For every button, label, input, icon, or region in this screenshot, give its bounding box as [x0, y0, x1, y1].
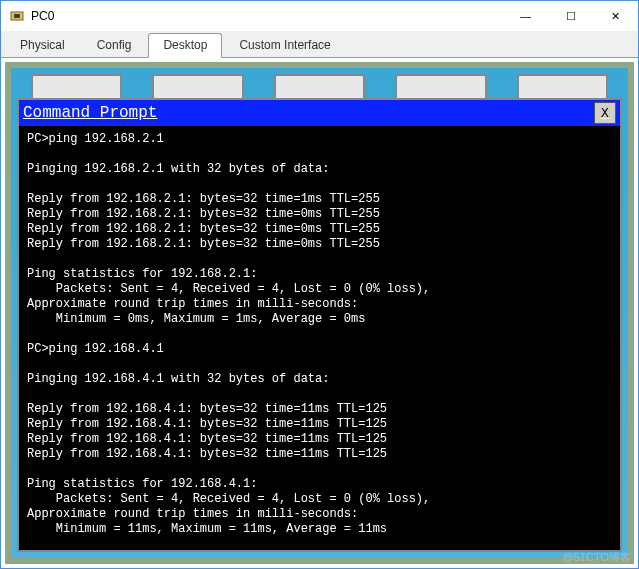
command-prompt-close-button[interactable]: X: [594, 102, 616, 124]
watermark: @51CTO博客: [563, 550, 631, 565]
tab-desktop[interactable]: Desktop: [148, 33, 222, 58]
command-prompt-title: Command Prompt: [23, 104, 594, 122]
window-title: PC0: [31, 9, 503, 23]
tab-custom-interface[interactable]: Custom Interface: [224, 33, 345, 57]
title-bar[interactable]: PC0 — ☐ ✕: [1, 1, 638, 31]
app-icon: [9, 8, 25, 24]
command-prompt-titlebar[interactable]: Command Prompt X: [19, 100, 620, 126]
tab-physical[interactable]: Physical: [5, 33, 80, 57]
close-button[interactable]: ✕: [593, 1, 638, 31]
svg-rect-1: [14, 14, 20, 18]
minimize-button[interactable]: —: [503, 1, 548, 31]
desktop-area: Command Prompt X PC>ping 192.168.2.1 Pin…: [5, 62, 634, 564]
tab-config[interactable]: Config: [82, 33, 147, 57]
tab-strip: Physical Config Desktop Custom Interface: [1, 31, 638, 58]
app-window: PC0 — ☐ ✕ Physical Config Desktop Custom…: [0, 0, 639, 569]
window-controls: — ☐ ✕: [503, 1, 638, 31]
command-prompt-window[interactable]: Command Prompt X PC>ping 192.168.2.1 Pin…: [17, 98, 622, 552]
maximize-button[interactable]: ☐: [548, 1, 593, 31]
terminal-output[interactable]: PC>ping 192.168.2.1 Pinging 192.168.2.1 …: [19, 126, 620, 550]
vertical-scrollbar[interactable]: [633, 55, 639, 559]
